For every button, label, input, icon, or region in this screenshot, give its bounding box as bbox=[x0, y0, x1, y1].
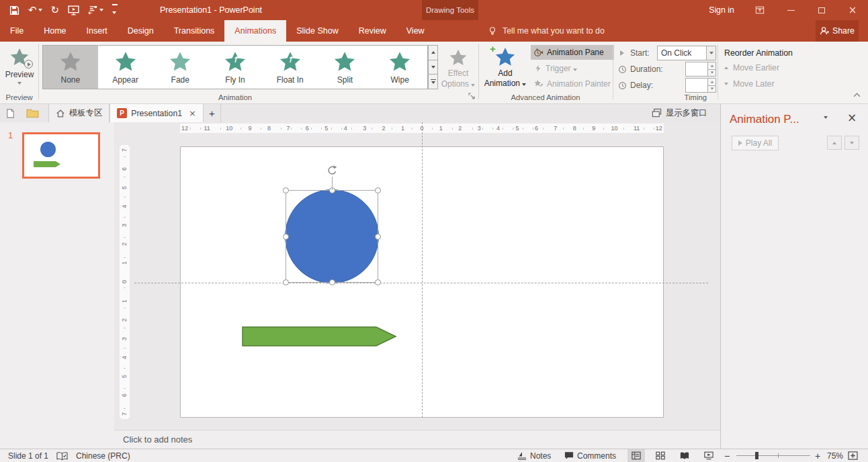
ribbon-tab[interactable]: Review bbox=[349, 20, 396, 42]
animation-pane-button[interactable]: Animation Pane bbox=[531, 45, 614, 60]
move-earlier-button[interactable]: Move Earlier bbox=[724, 63, 779, 73]
thumbnail-arrow-shape bbox=[34, 161, 60, 167]
notes-pane[interactable]: Click to add notes bbox=[114, 430, 720, 449]
maximize-button[interactable] bbox=[806, 0, 837, 20]
ribbon-tab[interactable]: View bbox=[396, 20, 435, 42]
open-folder-icon[interactable] bbox=[21, 104, 44, 122]
slide-1-thumbnail[interactable] bbox=[22, 132, 100, 179]
reorder-animation-heading: Reorder Animation bbox=[724, 48, 793, 58]
ribbon-tab[interactable]: Design bbox=[118, 20, 164, 42]
collapse-ribbon-icon[interactable] bbox=[853, 93, 861, 97]
plus-icon: + bbox=[490, 44, 496, 54]
delay-spinner[interactable] bbox=[685, 78, 716, 93]
resize-handle[interactable] bbox=[375, 234, 381, 240]
play-all-button[interactable]: Play All bbox=[732, 136, 779, 150]
chevron-down-icon bbox=[17, 82, 21, 85]
ribbon-display-options-icon[interactable] bbox=[744, 0, 775, 20]
resize-handle[interactable] bbox=[329, 279, 335, 285]
ribbon-tab[interactable]: Slide Show bbox=[286, 20, 349, 42]
animation-style-option[interactable]: ↑ Wipe bbox=[372, 46, 427, 89]
zoom-level[interactable]: 75% bbox=[827, 449, 843, 462]
sign-in-link[interactable]: Sign in bbox=[697, 0, 746, 20]
gallery-more-button[interactable] bbox=[428, 75, 438, 89]
new-file-icon[interactable] bbox=[0, 104, 21, 122]
animation-style-option[interactable]: ↑ Appear bbox=[98, 46, 153, 89]
pane-close-icon[interactable]: × bbox=[847, 111, 857, 124]
pentagon-arrow-shape[interactable] bbox=[242, 326, 397, 346]
pane-menu-chevron-icon[interactable] bbox=[824, 119, 828, 128]
add-animation-button[interactable]: + Add Animation bbox=[481, 44, 529, 93]
resize-handle[interactable] bbox=[283, 234, 289, 240]
ruler-number: 6 bbox=[533, 124, 539, 133]
animation-painter-button[interactable]: Animation Painter bbox=[531, 77, 614, 91]
chevron-down-icon[interactable] bbox=[706, 46, 715, 60]
slide-sorter-view-button[interactable] bbox=[652, 449, 669, 462]
duration-spinner[interactable] bbox=[685, 62, 716, 77]
animation-dialog-launcher-icon[interactable] bbox=[468, 93, 475, 99]
preview-button[interactable]: Preview bbox=[4, 44, 35, 93]
pane-move-up-button[interactable] bbox=[827, 136, 842, 150]
close-button[interactable]: × bbox=[837, 0, 868, 20]
comments-toggle[interactable]: Comments bbox=[564, 449, 616, 462]
tab-template-zone[interactable]: 模板专区 bbox=[48, 104, 110, 122]
spinner-arrows[interactable] bbox=[707, 62, 715, 76]
group-separator bbox=[478, 44, 479, 99]
start-select[interactable]: On Click bbox=[657, 46, 716, 60]
pane-move-down-button[interactable] bbox=[844, 136, 859, 150]
reading-view-button[interactable] bbox=[676, 449, 693, 462]
move-later-button[interactable]: Move Later bbox=[724, 79, 775, 89]
tab-presentation1[interactable]: P Presentation1 × bbox=[110, 104, 204, 122]
animation-style-option[interactable]: ↑ Fly In bbox=[208, 46, 263, 89]
ruler-number: 5 bbox=[121, 371, 128, 381]
spinner-arrows[interactable] bbox=[707, 79, 715, 92]
slide-show-button[interactable] bbox=[700, 449, 718, 462]
vertical-ruler: 765432101234567 bbox=[120, 146, 130, 418]
new-tab-button[interactable]: + bbox=[204, 104, 221, 122]
normal-view-button[interactable] bbox=[627, 449, 645, 462]
notes-toggle[interactable]: Notes bbox=[517, 449, 551, 462]
share-button[interactable]: Share bbox=[816, 20, 859, 42]
ruler-number: 3 bbox=[121, 220, 128, 230]
windows-icon bbox=[652, 108, 662, 118]
spell-check-icon[interactable] bbox=[56, 449, 68, 462]
animation-style-option[interactable]: ↑ Split bbox=[318, 46, 373, 89]
ribbon-tab[interactable]: Insert bbox=[77, 20, 118, 42]
language-indicator[interactable]: Chinese (PRC) bbox=[76, 449, 130, 462]
gallery-scroll-down-button[interactable] bbox=[428, 60, 438, 75]
gallery-scrollbar bbox=[428, 45, 438, 89]
ribbon-tab[interactable]: Transitions bbox=[164, 20, 225, 42]
minimize-button[interactable] bbox=[775, 0, 806, 20]
ribbon-tab[interactable]: Animations bbox=[224, 20, 286, 42]
ruler-number: 12 bbox=[654, 124, 664, 133]
group-separator bbox=[718, 44, 718, 99]
animation-style-option[interactable]: ↑ None bbox=[43, 46, 98, 89]
ruler-number: 1 bbox=[400, 124, 406, 133]
arrow-up-overlay-icon: ↑ bbox=[279, 55, 302, 64]
gallery-scroll-up-button[interactable] bbox=[428, 45, 438, 60]
animation-style-option[interactable]: ↑ Float In bbox=[263, 46, 318, 89]
rotate-handle-icon[interactable] bbox=[327, 165, 338, 176]
zoom-out-button[interactable]: − bbox=[724, 449, 730, 462]
resize-handle[interactable] bbox=[283, 279, 289, 285]
trigger-button[interactable]: Trigger bbox=[531, 61, 614, 76]
zoom-in-button[interactable]: + bbox=[815, 449, 820, 462]
show-windows-button[interactable]: 显示多窗口 bbox=[652, 104, 707, 122]
arrow-up-icon bbox=[724, 66, 728, 69]
ruler-number: 3 bbox=[121, 334, 128, 344]
zoom-slider-thumb[interactable] bbox=[755, 452, 758, 459]
tell-me-box[interactable]: Tell me what you want to do bbox=[488, 20, 605, 42]
close-tab-icon[interactable]: × bbox=[189, 108, 196, 118]
fit-to-window-icon[interactable] bbox=[848, 449, 858, 462]
ruler-number: 6 bbox=[121, 390, 128, 400]
zoom-slider-track[interactable] bbox=[736, 455, 810, 456]
ribbon-tab[interactable]: Home bbox=[34, 20, 76, 42]
horizontal-guide-line bbox=[134, 283, 708, 283]
slide-indicator[interactable]: Slide 1 of 1 bbox=[8, 449, 48, 462]
arrow-down-icon bbox=[724, 83, 728, 85]
animation-style-option[interactable]: ↑ Fade bbox=[153, 46, 208, 89]
resize-handle[interactable] bbox=[375, 187, 381, 193]
ribbon-tab[interactable]: File bbox=[0, 20, 34, 42]
resize-handle[interactable] bbox=[375, 279, 381, 285]
ruler-number: 5 bbox=[515, 124, 521, 133]
resize-handle[interactable] bbox=[283, 187, 289, 193]
